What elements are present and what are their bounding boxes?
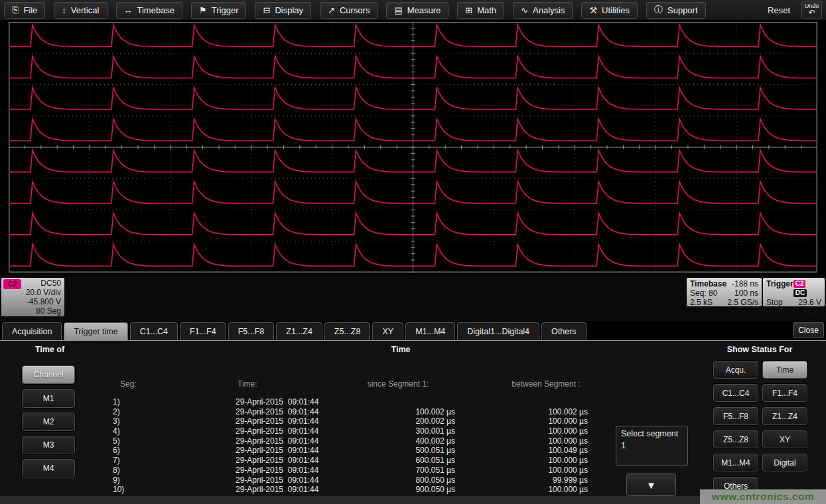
menu-vertical-button[interactable]: ↕Vertical xyxy=(54,2,107,19)
cell-seg: 8) xyxy=(113,466,120,475)
cell-since: 800.050 µs xyxy=(322,475,455,485)
table-row: 3)29-April-2015 09:01:44200.002 µs100.00… xyxy=(0,416,663,426)
screen-icon: ⊟ xyxy=(263,5,270,15)
status-z1-z4-button[interactable]: Z1...Z4 xyxy=(762,407,807,425)
menubar: ⎘File↕Vertical↔Timebase⚑Trigger⊟Display↗… xyxy=(0,0,826,21)
table-row: 4)29-April-2015 09:01:44300.001 µs100.00… xyxy=(0,426,663,436)
trigger-title: Trigger xyxy=(766,279,793,298)
menu-timebase-button[interactable]: ↔Timebase xyxy=(116,2,183,19)
m4-button[interactable]: M4 xyxy=(22,459,75,477)
cell-between: 100.049 µs xyxy=(455,446,588,456)
menu-trigger-button[interactable]: ⚑Trigger xyxy=(191,2,246,19)
timebase-seq: Seq: 80 xyxy=(690,288,717,298)
cell-since: 600.051 µs xyxy=(322,456,455,466)
trigger-descriptor[interactable]: Trigger C2 DC Stop 29.6 V Edge Positive xyxy=(763,278,825,306)
menu-label: Cursors xyxy=(340,5,370,15)
segment-table: 1)29-April-2015 09:01:442)29-April-2015 … xyxy=(0,397,663,495)
segment-down-button[interactable]: ▼ xyxy=(626,473,676,496)
menu-display-button[interactable]: ⊟Display xyxy=(255,2,311,19)
menu-utilities-button[interactable]: ⚒Utilities xyxy=(581,2,638,19)
channel-badge: C2 xyxy=(3,279,21,289)
timebase-per-div: 100 ns xyxy=(734,288,758,298)
timebase-descriptor[interactable]: Timebase -188 ns Seq: 80 100 ns 2.5 kS 2… xyxy=(687,278,762,306)
tab-f5-f8[interactable]: F5...F8 xyxy=(228,322,275,340)
undo-arrow-icon: ↶ xyxy=(808,9,815,17)
cell-since: 300.001 µs xyxy=(322,426,455,436)
menu-cursors-button[interactable]: ↗Cursors xyxy=(320,2,378,19)
menu-label: Trigger xyxy=(212,5,239,15)
tab-f1-f4[interactable]: F1...F4 xyxy=(180,322,226,340)
flag-icon: ⚑ xyxy=(199,5,207,15)
tab-m1-m4[interactable]: M1...M4 xyxy=(405,322,455,340)
cell-between: 100.000 µs xyxy=(455,426,588,436)
status-acqu--button[interactable]: Acqu. xyxy=(713,361,758,379)
timebase-samples: 2.5 kS xyxy=(690,298,713,307)
time-of-title: Time of xyxy=(20,345,80,354)
status-time-button[interactable]: Time xyxy=(762,361,807,379)
menu-label: Support xyxy=(667,5,698,15)
cell-between: 100.000 µs xyxy=(455,436,588,446)
menu-file-button[interactable]: ⎘File xyxy=(4,2,45,19)
cursor-arrow-icon: ↗ xyxy=(328,5,335,15)
cell-since: 700.051 µs xyxy=(322,466,455,475)
tab-c1-c4[interactable]: C1...C4 xyxy=(130,322,178,340)
reset-button[interactable]: Reset xyxy=(768,5,793,15)
waveform-plot xyxy=(9,22,817,273)
cell-between: 99.999 µs xyxy=(455,475,588,485)
select-segment-label: Select segment xyxy=(621,429,683,439)
tab-acquisition[interactable]: Acquisition xyxy=(2,322,62,340)
cell-time: 29-April-2015 09:01:44 xyxy=(236,475,318,485)
menu-math-button[interactable]: ⊞Math xyxy=(457,2,504,19)
cell-between: 100.000 µs xyxy=(455,456,588,466)
menu-label: Measure xyxy=(407,5,441,15)
status-f1-f4-button[interactable]: F1...F4 xyxy=(762,384,807,402)
header-since-segment: since Segment 1: xyxy=(332,379,464,389)
cell-seg: 7) xyxy=(113,456,120,466)
menu-label: Analysis xyxy=(533,5,565,15)
m1-button[interactable]: M1 xyxy=(22,389,75,408)
tab-digital1-digital4[interactable]: Digital1...Digital4 xyxy=(457,322,539,340)
tab-trigger-time[interactable]: Trigger time xyxy=(64,322,127,340)
status-xy-button[interactable]: XY xyxy=(762,430,807,448)
channel-button[interactable]: Channel xyxy=(22,365,75,384)
m3-button[interactable]: M3 xyxy=(22,436,75,454)
cell-time: 29-April-2015 09:01:44 xyxy=(236,436,318,446)
select-segment-field[interactable]: Select segment 1 xyxy=(616,426,688,466)
channel-descriptor-c2[interactable]: C2 DC50 20.0 V/div -45.800 V 80 Seg xyxy=(1,278,64,316)
cell-time: 29-April-2015 09:01:44 xyxy=(236,407,318,417)
descriptor-strip: C2 DC50 20.0 V/div -45.800 V 80 Seg Time… xyxy=(0,275,826,321)
menu-analysis-button[interactable]: ∿Analysis xyxy=(513,2,573,19)
header-seg: Seg: xyxy=(120,379,137,389)
channel-scale: 20.0 V/div xyxy=(5,288,61,297)
trigger-coupling-badge: DC xyxy=(793,289,807,297)
table-row: 1)29-April-2015 09:01:44 xyxy=(0,397,663,407)
cell-seg: 10) xyxy=(113,485,124,495)
m2-button[interactable]: M2 xyxy=(22,412,75,431)
waveform-display[interactable] xyxy=(0,21,826,275)
tab-xy[interactable]: XY xyxy=(372,322,403,340)
segment-table-headers: Seg: Time: since Segment 1: between Segm… xyxy=(0,379,663,389)
table-row: 10)29-April-2015 09:01:44900.050 µs100.0… xyxy=(0,485,663,495)
status-c1-c4-button[interactable]: C1...C4 xyxy=(713,384,758,402)
close-button[interactable]: Close xyxy=(793,322,824,338)
watermark: www.cntronics.com xyxy=(700,489,826,504)
tab-z1-z4[interactable]: Z1...Z4 xyxy=(276,322,322,340)
cell-since: 400.002 µs xyxy=(322,436,455,446)
tools-icon: ⚒ xyxy=(589,5,597,15)
status-f5-f8-button[interactable]: F5...F8 xyxy=(713,407,758,425)
undo-button[interactable]: Undo ↶ xyxy=(801,1,822,19)
status-m1-m4-button[interactable]: M1...M4 xyxy=(713,454,758,472)
trigger-mode: Stop xyxy=(766,298,783,307)
status-digital-button[interactable]: Digital xyxy=(762,454,807,472)
menu-support-button[interactable]: ⓘSupport xyxy=(646,2,706,19)
tab-others[interactable]: Others xyxy=(541,322,586,340)
timebase-delay: -188 ns xyxy=(732,279,758,288)
tab-z5-z8[interactable]: Z5...Z8 xyxy=(324,322,371,340)
cell-time: 29-April-2015 09:01:44 xyxy=(236,446,318,456)
vertical-arrows-icon: ↕ xyxy=(62,5,66,15)
status-z5-z8-button[interactable]: Z5...Z8 xyxy=(713,430,758,448)
timebase-title: Timebase xyxy=(690,279,726,288)
menu-measure-button[interactable]: ▤Measure xyxy=(386,2,448,19)
menu-label: Timebase xyxy=(137,5,175,15)
table-row: 6)29-April-2015 09:01:44500.051 µs100.04… xyxy=(0,446,663,456)
